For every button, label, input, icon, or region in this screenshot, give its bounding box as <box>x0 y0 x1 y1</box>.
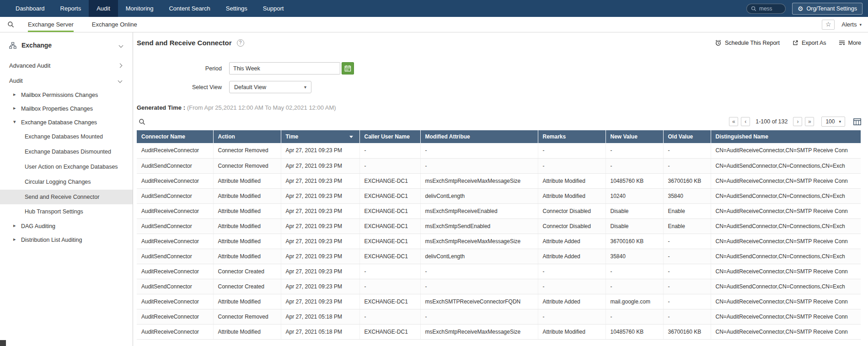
cell-distinguished-name: CN=AuditReceiveConnector,CN=SMTP Receive… <box>711 324 861 339</box>
calendar-button[interactable] <box>342 62 354 75</box>
cell-remarks: Connector Disabled <box>538 203 605 218</box>
column-label: Remarks <box>543 133 566 140</box>
table-row[interactable]: AuditReceiveConnectorAttribute ModifiedA… <box>137 294 861 309</box>
table-row[interactable]: AuditReceiveConnectorAttribute ModifiedA… <box>137 324 861 339</box>
report-search-icon[interactable] <box>7 17 14 32</box>
cell-remarks: Attribute Modified <box>538 188 605 203</box>
first-page-button[interactable]: « <box>729 117 738 126</box>
triangle-right-icon[interactable]: ▸ <box>13 91 16 97</box>
export-as-action[interactable]: Export As <box>792 40 826 46</box>
cell-connector-name: AuditReceiveConnector <box>137 264 213 279</box>
sidebar-item-label: Circular Logging Changes <box>25 179 91 185</box>
cell-remarks: Attribute Added <box>538 234 605 249</box>
org-tenant-settings-button[interactable]: ⚙ Org/Tenant Settings <box>792 3 863 15</box>
sidebar-item-audit[interactable]: Audit <box>0 73 133 88</box>
generated-time: Generated Time :(From Apr 25,2021 12:00 … <box>137 104 861 111</box>
sidebar-item-distribution-list-auditing[interactable]: ▸Distribution List Auditing <box>0 233 133 247</box>
sidebar-item-circular-logging-changes[interactable]: Circular Logging Changes <box>0 175 133 190</box>
sidebar-item-exchange-databases-mounted[interactable]: Exchange Databases Mounted <box>0 129 133 144</box>
sub-tab-exchange-online[interactable]: Exchange Online <box>92 17 137 32</box>
sidebar-section-exchange[interactable]: Exchange <box>0 32 133 57</box>
sidebar-item-hub-transport-settings[interactable]: Hub Transport Settings <box>0 204 133 219</box>
triangle-right-icon[interactable]: ▸ <box>13 105 16 111</box>
column-chooser-icon[interactable] <box>853 118 861 125</box>
sidebar-item-send-and-receive-connector[interactable]: Send and Receive Connector <box>0 190 133 205</box>
column-header-remarks[interactable]: Remarks <box>538 130 605 143</box>
table-row[interactable]: AuditReceiveConnectorAttribute ModifiedA… <box>137 234 861 249</box>
period-label: Period <box>137 65 222 72</box>
sidebar-item-label: Mailbox Properties Changes <box>21 106 93 112</box>
sidebar-item-exchange-database-changes[interactable]: ▾Exchange Database Changes <box>0 116 133 129</box>
table-row[interactable]: AuditReceiveConnectorConnector CreatedAp… <box>137 264 861 279</box>
table-row[interactable]: AuditReceiveConnectorConnector RemovedAp… <box>137 143 861 158</box>
cell-old-value: - <box>663 294 711 309</box>
cell-action: Connector Removed <box>213 309 281 324</box>
global-search-input[interactable] <box>759 5 781 12</box>
column-header-distinguished-name[interactable]: Distinguished Name <box>711 130 861 143</box>
table-header-row: Connector NameActionTimeCaller User Name… <box>137 130 861 143</box>
sidebar-item-user-action-on-exchange-databases[interactable]: User Action on Exchange Databases <box>0 160 133 175</box>
top-tab-support[interactable]: Support <box>255 0 292 17</box>
next-page-button[interactable]: › <box>793 117 802 126</box>
table-search-icon[interactable] <box>139 118 145 125</box>
column-label: Action <box>218 133 235 140</box>
view-select[interactable]: Default View ▾ <box>229 81 311 93</box>
column-label: New Value <box>611 133 638 140</box>
column-label: Caller User Name <box>364 133 410 140</box>
table-row[interactable]: AuditReceiveConnectorAttribute ModifiedA… <box>137 203 861 218</box>
top-tab-audit[interactable]: Audit <box>89 0 118 17</box>
app-root: DashboardReportsAuditMonitoringContent S… <box>0 0 868 346</box>
cell-action: Attribute Modified <box>213 234 281 249</box>
top-tab-reports[interactable]: Reports <box>53 0 89 17</box>
scrollbar-corner[interactable] <box>0 340 6 346</box>
column-header-new-value[interactable]: New Value <box>605 130 663 143</box>
table-row[interactable]: AuditSendConnectorAttribute ModifiedApr … <box>137 218 861 234</box>
page-size-select[interactable]: 100 ▾ <box>821 117 845 127</box>
alarm-clock-icon <box>715 39 722 46</box>
sidebar-item-label: Advanced Audit <box>9 62 50 69</box>
table-row[interactable]: AuditSendConnectorAttribute ModifiedApr … <box>137 249 861 264</box>
more-action[interactable]: More <box>839 40 861 46</box>
alerts-dropdown[interactable]: Alerts ▾ <box>841 21 862 28</box>
schedule-report-action[interactable]: Schedule This Report <box>715 39 780 46</box>
report-title-row: Send and Receive Connector ? Schedule Th… <box>137 39 861 47</box>
column-header-caller-user-name[interactable]: Caller User Name <box>359 130 420 143</box>
global-search[interactable] <box>746 4 786 14</box>
period-input[interactable] <box>229 62 340 75</box>
top-tab-dashboard[interactable]: Dashboard <box>8 0 53 17</box>
triangle-down-icon[interactable]: ▾ <box>13 119 16 125</box>
table-row[interactable]: AuditSendConnectorConnector RemovedApr 2… <box>137 158 861 173</box>
top-tab-monitoring[interactable]: Monitoring <box>118 0 161 17</box>
column-header-modified-attribue[interactable]: Modified Attribue <box>420 130 538 143</box>
select-view-label: Select View <box>137 84 222 90</box>
help-icon[interactable]: ? <box>237 39 244 47</box>
triangle-right-icon[interactable]: ▸ <box>13 236 16 242</box>
sub-nav: Exchange ServerExchange Online ☆ Alerts … <box>0 17 868 32</box>
column-label: Modified Attribue <box>425 133 470 140</box>
last-page-button[interactable]: » <box>805 117 814 126</box>
table-row[interactable]: AuditSendConnectorConnector CreatedApr 2… <box>137 279 861 294</box>
sidebar-item-dag-auditing[interactable]: ▸DAG Auditing <box>0 219 133 233</box>
cell-old-value: - <box>663 249 711 264</box>
sidebar-item-advanced-audit[interactable]: Advanced Audit <box>0 58 133 73</box>
table-row[interactable]: AuditReceiveConnectorAttribute ModifiedA… <box>137 173 861 188</box>
sub-nav-tabs: Exchange ServerExchange Online <box>28 17 137 32</box>
triangle-right-icon[interactable]: ▸ <box>13 223 16 229</box>
sidebar-item-exchange-databases-dismounted[interactable]: Exchange Databases Dismounted <box>0 144 133 160</box>
cell-modified-attribue: msExchSmtpSendEnabled <box>420 218 538 234</box>
cell-connector-name: AuditReceiveConnector <box>137 294 213 309</box>
sidebar-item-mailbox-properties-changes[interactable]: ▸Mailbox Properties Changes <box>0 102 133 116</box>
column-header-connector-name[interactable]: Connector Name <box>137 130 213 143</box>
column-header-action[interactable]: Action <box>213 130 281 143</box>
cell-remarks: - <box>538 264 605 279</box>
prev-page-button[interactable]: ‹ <box>741 117 750 126</box>
sub-tab-exchange-server[interactable]: Exchange Server <box>28 17 74 32</box>
top-tab-content-search[interactable]: Content Search <box>161 0 218 17</box>
table-row[interactable]: AuditSendConnectorAttribute ModifiedApr … <box>137 188 861 203</box>
top-tab-settings[interactable]: Settings <box>218 0 255 17</box>
favorites-button[interactable]: ☆ <box>822 20 835 30</box>
table-row[interactable]: AuditReceiveConnectorConnector RemovedAp… <box>137 309 861 324</box>
sidebar-item-mailbox-permissions-changes[interactable]: ▸Mailbox Permissions Changes <box>0 88 133 102</box>
column-header-old-value[interactable]: Old Value <box>663 130 711 143</box>
column-header-time[interactable]: Time <box>281 130 359 143</box>
